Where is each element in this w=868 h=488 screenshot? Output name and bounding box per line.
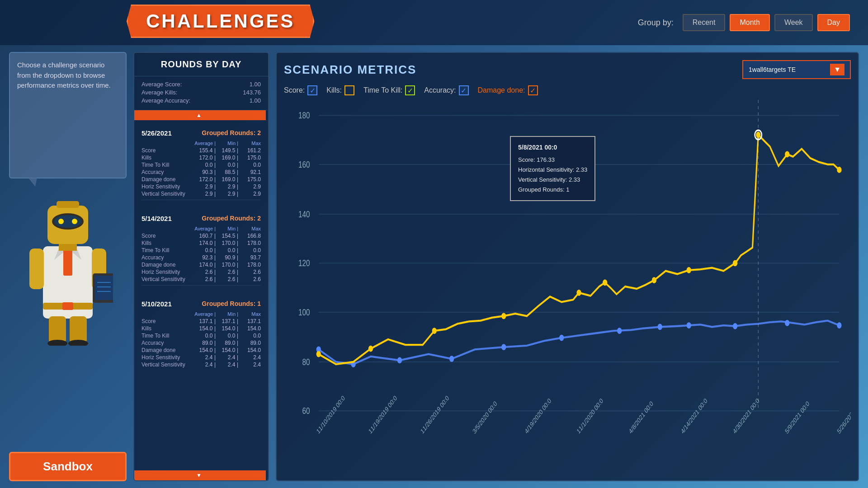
metrics-filters: Score: ✓ Kills: Time To Kill: ✓ Accuracy… xyxy=(284,85,851,95)
group-btn-recent[interactable]: Recent xyxy=(683,14,726,31)
svg-text:100: 100 xyxy=(298,307,310,318)
svg-text:11/26/2019 00:0: 11/26/2019 00:0 xyxy=(420,394,450,435)
round-row-2-4: Damage done 154.0 | 154.0 | 154.0 xyxy=(142,347,261,353)
challenges-title: CHALLENGES xyxy=(146,10,295,32)
round-row-2-3: Accuracy 89.0 | 89.0 | 89.0 xyxy=(142,340,261,346)
round-row-0-3: Accuracy 90.3 | 88.5 | 92.1 xyxy=(142,169,261,175)
svg-point-63 xyxy=(432,328,437,334)
round-table-header-2: Average | Min | Max xyxy=(142,311,261,317)
scroll-up-button[interactable]: ▲ xyxy=(133,110,266,120)
round-row-2-2: Time To Kill 0.0 | 0.0 | 0.0 xyxy=(142,333,261,339)
round-row-1-5: Horiz Sensitivity 2.6 | 2.6 | 2.6 xyxy=(142,269,261,275)
metrics-panel: SCENARIO METRICS 1wall6targets TE ▼ Scor… xyxy=(276,52,859,481)
instruction-box: Choose a challenge scenario from the dro… xyxy=(9,52,127,178)
svg-rect-19 xyxy=(70,316,87,343)
round-row-1-1: Kills 174.0 | 170.0 | 178.0 xyxy=(142,240,261,246)
round-grouped-1: Grouped Rounds: 2 xyxy=(202,215,261,222)
scroll-down-button[interactable]: ▼ xyxy=(133,470,266,480)
svg-text:60: 60 xyxy=(302,406,310,416)
header: CHALLENGES Group by: Recent Month Week D… xyxy=(0,0,868,45)
avg-accuracy-val: 1.00 xyxy=(250,97,261,104)
svg-point-71 xyxy=(785,151,789,158)
rounds-scroll[interactable]: 5/26/2021 Grouped Rounds: 2 Average | Mi… xyxy=(134,120,268,470)
round-group-2: 5/10/2021 Grouped Rounds: 1 Average | Mi… xyxy=(134,296,268,373)
round-group-header-2: 5/10/2021 Grouped Rounds: 1 xyxy=(142,300,261,308)
group-btn-day[interactable]: Day xyxy=(817,14,850,31)
round-row-1-3: Accuracy 92.3 | 90.9 | 93.7 xyxy=(142,254,261,261)
filter-accuracy: Accuracy: ✓ xyxy=(424,85,468,95)
main-content: Choose a challenge scenario from the dro… xyxy=(0,45,868,488)
dropdown-arrow-icon: ▼ xyxy=(830,64,844,75)
svg-point-66 xyxy=(603,280,607,286)
accuracy-checkbox[interactable]: ✓ xyxy=(459,85,469,95)
round-row-1-0: Score 160.7 | 154.5 | 166.8 xyxy=(142,233,261,239)
sandbox-button[interactable]: Sandbox xyxy=(9,452,127,481)
group-by-section: Group by: Recent Month Week Day xyxy=(638,14,850,31)
svg-point-58 xyxy=(733,323,737,329)
round-table-header-0: Average | Min | Max xyxy=(142,141,261,146)
filter-kills: Kills: xyxy=(326,85,354,95)
filter-kills-label: Kills: xyxy=(326,86,342,94)
svg-text:4/19/2020 00:0: 4/19/2020 00:0 xyxy=(524,397,552,435)
svg-text:5/26/2021 00:0: 5/26/2021 00:0 xyxy=(836,397,851,435)
round-table-header-1: Average | Min | Max xyxy=(142,226,261,231)
scenario-dropdown-text: 1wall6targets TE xyxy=(749,66,830,73)
round-group-header-0: 5/26/2021 Grouped Rounds: 2 xyxy=(142,129,261,137)
chart-area: .grid-line { stroke: rgba(100,150,200,0.… xyxy=(284,100,851,473)
svg-text:120: 120 xyxy=(298,258,310,268)
round-group-1: 5/14/2021 Grouped Rounds: 2 Average | Mi… xyxy=(134,210,268,293)
filter-score: Score: ✓ xyxy=(284,85,317,95)
avg-kills-label: Average Kills: xyxy=(142,89,177,96)
round-row-0-5: Horiz Sensitivity 2.9 | 2.9 | 2.9 xyxy=(142,183,261,190)
score-checkbox[interactable]: ✓ xyxy=(307,85,317,95)
rounds-panel: ROUNDS BY DAY Average Score: 1.00 Averag… xyxy=(133,52,269,481)
round-row-0-1: Kills 172.0 | 169.0 | 175.0 xyxy=(142,155,261,161)
svg-point-8 xyxy=(72,219,77,224)
svg-point-61 xyxy=(316,351,321,357)
svg-text:11/10/2019 00:0: 11/10/2019 00:0 xyxy=(316,394,346,435)
kills-checkbox[interactable] xyxy=(344,85,354,95)
group-btn-week[interactable]: Week xyxy=(774,14,813,31)
avg-score-label: Average Score: xyxy=(142,81,182,88)
round-table-1: Average | Min | Max Score 160.7 | 154.5 … xyxy=(142,226,261,282)
group-by-label: Group by: xyxy=(638,18,674,28)
svg-point-57 xyxy=(687,322,691,328)
svg-rect-23 xyxy=(62,302,73,310)
ttk-checkbox[interactable]: ✓ xyxy=(405,85,415,95)
svg-point-51 xyxy=(397,357,402,364)
damage-checkbox[interactable]: ✓ xyxy=(528,85,538,95)
svg-text:4/8/2021 00:0: 4/8/2021 00:0 xyxy=(628,399,655,435)
round-row-0-6: Vertical Sensitivity 2.9 | 2.9 | 2.9 xyxy=(142,191,261,197)
group-btn-month[interactable]: Month xyxy=(730,14,769,31)
round-row-2-6: Vertical Sensitivity 2.4 | 2.4 | 2.4 xyxy=(142,361,261,368)
svg-point-54 xyxy=(559,335,564,341)
svg-rect-11 xyxy=(29,249,44,289)
metrics-title: SCENARIO METRICS xyxy=(284,63,416,77)
round-date-0: 5/26/2021 xyxy=(142,129,172,137)
svg-point-62 xyxy=(368,346,373,352)
round-table-2: Average | Min | Max Score 137.1 | 137.1 … xyxy=(142,311,261,368)
svg-text:80: 80 xyxy=(302,357,310,367)
round-row-0-4: Damage done 172.0 | 169.0 | 175.0 xyxy=(142,176,261,183)
svg-text:11/19/2019 00:0: 11/19/2019 00:0 xyxy=(368,394,398,435)
round-date-2: 5/10/2021 xyxy=(142,300,172,308)
svg-point-65 xyxy=(576,290,581,296)
round-row-0-0: Score 155.4 | 149.5 | 161.2 xyxy=(142,147,261,154)
svg-rect-9 xyxy=(57,201,79,208)
svg-text:11/1/2020 00:0: 11/1/2020 00:0 xyxy=(576,397,604,435)
round-row-0-2: Time To Kill 0.0 | 0.0 | 0.0 xyxy=(142,162,261,168)
svg-point-60 xyxy=(837,322,841,328)
round-row-2-5: Horiz Sensitivity 2.4 | 2.4 | 2.4 xyxy=(142,354,261,361)
avg-score-row: Average Score: 1.00 xyxy=(142,81,261,88)
svg-point-67 xyxy=(652,277,656,283)
avg-kills-row: Average Kills: 143.76 xyxy=(142,89,261,96)
svg-text:4/14/2021 00:0: 4/14/2021 00:0 xyxy=(680,397,708,435)
round-table-0: Average | Min | Max Score 155.4 | 149.5 … xyxy=(142,141,261,197)
chart-svg: .grid-line { stroke: rgba(100,150,200,0.… xyxy=(284,100,851,473)
svg-text:3/5/2020 00:0: 3/5/2020 00:0 xyxy=(472,399,498,435)
scenario-dropdown[interactable]: 1wall6targets TE ▼ xyxy=(742,60,851,79)
metrics-header: SCENARIO METRICS 1wall6targets TE ▼ xyxy=(284,60,851,79)
rounds-title: ROUNDS BY DAY xyxy=(141,59,262,70)
svg-rect-10 xyxy=(59,244,77,251)
avg-accuracy-label: Average Accuracy: xyxy=(142,97,190,104)
